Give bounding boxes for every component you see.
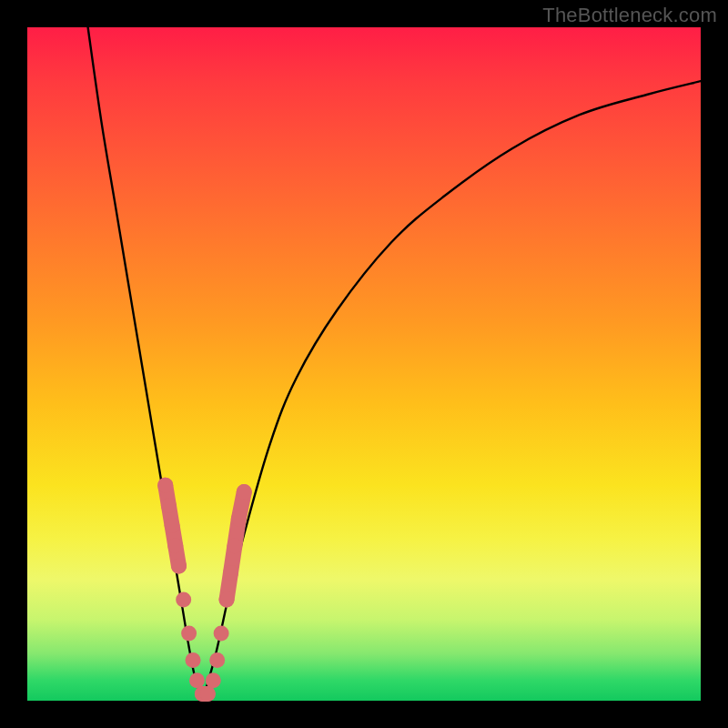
marker-dot [157,478,173,493]
marker-dot [200,686,216,702]
marker-dot [214,626,229,642]
chart-svg [27,27,701,701]
marker-dot [223,565,238,581]
watermark: TheBottleneck.com [542,4,717,27]
marker-dot [227,538,242,553]
marker-dot [186,652,201,668]
marker-dot [176,592,191,608]
marker-dot [209,652,225,668]
marker-dot [181,626,197,642]
marker-dot [206,672,221,688]
curve-right-branch [202,81,701,701]
marker-dot [189,672,205,688]
marker-dot [231,511,247,527]
marker-dot [167,538,183,553]
marker-dot [165,518,180,533]
chart-frame: TheBottleneck.com [0,0,728,728]
marker-dot [219,592,235,608]
marker-dot [237,484,252,500]
marker-dot [161,498,177,513]
marker-dot [171,559,187,574]
marker-layer [157,478,252,702]
